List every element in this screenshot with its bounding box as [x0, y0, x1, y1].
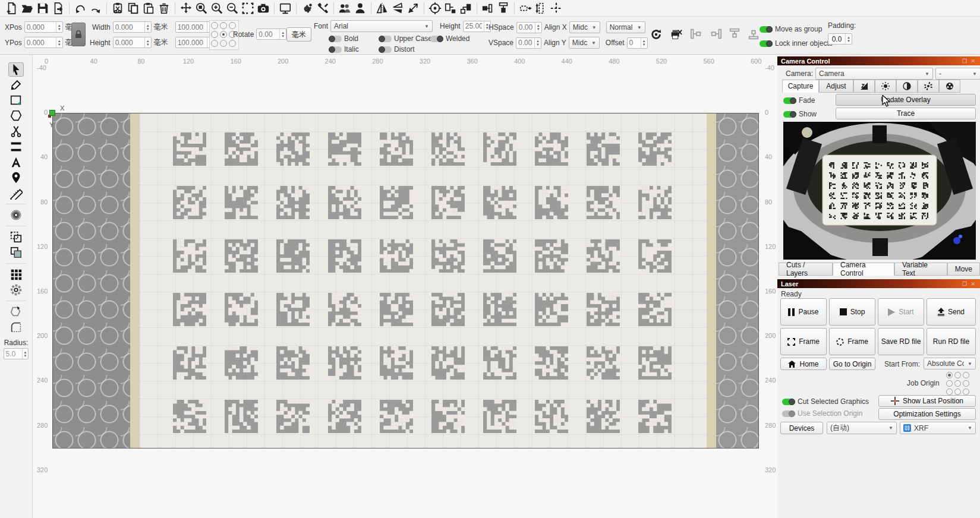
laser-titlebar[interactable]: Laser ❐ ✕ — [777, 279, 980, 288]
tab-white-balance[interactable] — [918, 80, 939, 93]
padding-spinner[interactable]: ▲▼ — [828, 33, 852, 45]
import-file-button[interactable] — [51, 1, 65, 15]
start-from-combo[interactable]: Absolute Co▼ — [924, 358, 976, 369]
open-file-button[interactable] — [20, 1, 34, 15]
show-toggle[interactable] — [783, 111, 796, 118]
tool-select[interactable] — [8, 62, 24, 77]
mirror-vertical-button[interactable] — [390, 1, 405, 15]
tab-contrast[interactable] — [896, 80, 918, 93]
optimization-settings-button[interactable]: Optimization Settings — [878, 408, 976, 420]
dock-top-icon[interactable] — [727, 27, 742, 40]
show-last-position-button[interactable]: Show Last Position — [878, 395, 976, 407]
align-dock-left-button[interactable] — [443, 1, 458, 15]
delete-button[interactable] — [157, 1, 171, 15]
distribute-vertical-button[interactable] — [496, 1, 511, 15]
panel-tab-variable-text[interactable]: Variable Text — [894, 263, 947, 276]
lock-inner-objects-toggle[interactable] — [760, 40, 773, 47]
tool-polygon[interactable] — [8, 109, 24, 123]
tool-apply-path[interactable] — [8, 305, 24, 319]
paste-button[interactable] — [141, 1, 156, 15]
undo-button[interactable] — [73, 1, 87, 15]
xpos-spinner[interactable]: ▲▼ — [24, 21, 63, 33]
radius-spinner[interactable]: ▲▼ — [4, 348, 29, 359]
welded-toggle[interactable] — [430, 36, 443, 42]
font-family-combo[interactable]: Arial▼ — [330, 20, 433, 32]
vertical-array-button[interactable] — [534, 1, 548, 15]
width-spinner[interactable]: ▲▼ — [113, 21, 152, 33]
align-y-combo[interactable]: Midc▼ — [569, 37, 600, 49]
italic-toggle[interactable] — [329, 46, 342, 53]
zoom-out-button[interactable] — [225, 1, 240, 15]
tool-draw-lines[interactable] — [8, 78, 24, 92]
zoom-selection-button[interactable] — [194, 1, 209, 15]
workspace-canvas[interactable]: X Y 040801201602002402803203604004404805… — [33, 55, 777, 518]
cut-selected-graphics-toggle[interactable] — [782, 399, 795, 405]
frame-selection-button[interactable] — [241, 1, 255, 15]
redo-button[interactable] — [89, 1, 103, 15]
group-button[interactable] — [338, 1, 352, 15]
skew-button[interactable] — [406, 1, 420, 15]
machine-tools-button[interactable] — [316, 1, 330, 15]
tool-trim-shapes[interactable] — [8, 124, 24, 138]
dock-bottom-icon[interactable] — [746, 27, 761, 40]
offset-spinner[interactable]: ▲▼ — [627, 37, 648, 49]
hspace-spinner[interactable]: ▲▼ — [516, 22, 542, 33]
use-selection-origin-toggle[interactable] — [782, 410, 795, 417]
laser-panel-window-icons[interactable]: ❐ ✕ — [962, 281, 976, 287]
settings-button[interactable] — [300, 1, 314, 15]
upper-case-toggle[interactable] — [379, 36, 392, 42]
bold-toggle[interactable] — [329, 36, 342, 42]
focus-origin-button[interactable] — [428, 1, 442, 15]
tab-capture[interactable]: Capture — [782, 80, 819, 93]
tool-circular-array[interactable] — [8, 283, 24, 297]
panel-tab-move[interactable]: Move — [947, 263, 980, 276]
preview-button[interactable] — [278, 1, 292, 15]
tool-boolean-union[interactable] — [8, 230, 24, 244]
goto-origin-button[interactable]: Go to Origin — [829, 358, 875, 370]
trace-button[interactable]: Trace — [836, 108, 976, 119]
distribute-horizontal-button[interactable] — [481, 1, 495, 15]
device-combo[interactable]: XRF ▼ — [900, 422, 976, 434]
tool-round-corner[interactable] — [8, 320, 24, 334]
save-rd-file-button[interactable]: Save RD file — [878, 328, 924, 355]
camera-secondary-combo[interactable]: -▼ — [935, 68, 980, 80]
pan-tool-button[interactable] — [179, 1, 193, 15]
screen-capture-button[interactable] — [256, 1, 270, 15]
send-button[interactable]: Send — [927, 298, 976, 326]
tool-placement-pin[interactable] — [8, 170, 24, 185]
frame-circle-button[interactable]: Frame — [829, 328, 875, 355]
tool-measure[interactable] — [8, 186, 24, 200]
stop-button[interactable]: Stop — [829, 298, 875, 326]
start-button[interactable]: Start — [878, 298, 924, 326]
dock-right-icon[interactable] — [708, 27, 723, 40]
devices-button[interactable]: Devices — [780, 422, 823, 434]
lock-aspect-button[interactable] — [71, 23, 86, 46]
move-as-group-toggle[interactable] — [760, 26, 773, 33]
job-origin-selector[interactable] — [946, 372, 969, 395]
tool-boolean-difference[interactable] — [8, 245, 24, 260]
new-file-button[interactable] — [5, 1, 19, 15]
panel-tab-camera-control[interactable]: Camera Control — [833, 263, 894, 276]
save-file-button[interactable] — [36, 1, 50, 15]
tab-adjust[interactable]: Adjust — [819, 80, 853, 93]
tab-exposure[interactable] — [853, 80, 875, 93]
cut-button[interactable] — [111, 1, 125, 15]
height-percent-spinner[interactable]: ▲▼ — [175, 37, 214, 48]
device-mode-combo[interactable]: (自动)▼ — [827, 422, 897, 434]
tab-palette[interactable] — [939, 80, 960, 93]
ungroup-button[interactable] — [353, 1, 367, 15]
camera-panel-window-icons[interactable]: ❐ ✕ — [962, 58, 976, 64]
virtual-array-button[interactable] — [518, 1, 532, 15]
dock-left-icon[interactable] — [689, 27, 704, 40]
tool-rectangle[interactable] — [8, 93, 24, 108]
rotate-spinner[interactable]: ▲▼ — [256, 29, 286, 40]
text-style-combo[interactable]: Normal▼ — [606, 21, 645, 33]
fade-toggle[interactable] — [783, 97, 796, 104]
refresh-text-button[interactable] — [649, 27, 663, 42]
tool-grid-array[interactable] — [8, 267, 24, 282]
tool-text[interactable] — [8, 155, 24, 169]
update-overlay-button[interactable]: Update Overlay — [836, 94, 976, 106]
font-height-spinner[interactable]: ▲▼ — [463, 21, 491, 32]
units-button[interactable]: 毫米 — [286, 27, 311, 42]
width-percent-spinner[interactable]: ▲▼ — [175, 21, 214, 33]
